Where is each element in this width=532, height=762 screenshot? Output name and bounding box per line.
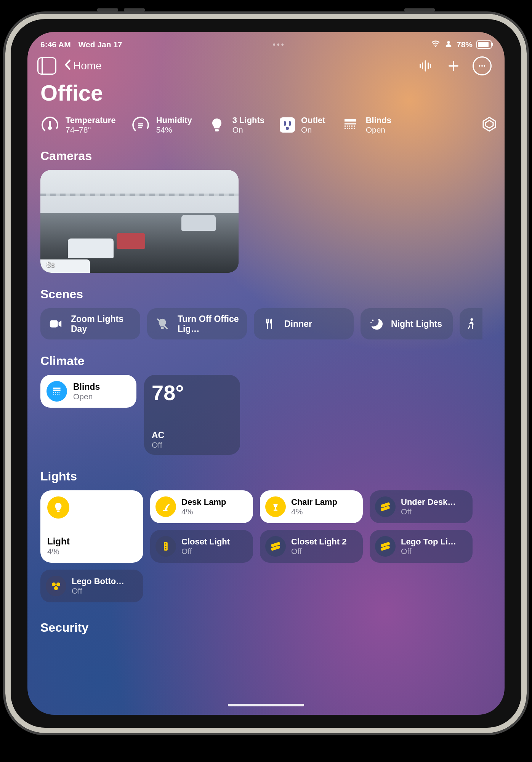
status-bar: 6:46 AM Wed Jan 17 ••• 78% [27,32,505,53]
room-summary-strip: Temperature 74–78° Humidity 54% 3 Lights… [27,113,505,134]
section-cameras: Cameras 8s [27,134,505,273]
light-closet-1-tile[interactable]: Closet Light Off [150,530,253,563]
scene-dinner[interactable]: Dinner [254,308,354,339]
walk-icon [463,317,479,331]
summary-label: Blinds [366,115,391,125]
camera-timestamp: 8s [46,260,55,269]
light-closet-2-tile[interactable]: Closet Light 2 Off [260,530,363,563]
svg-rect-17 [345,119,356,122]
bulb-off-icon [154,317,171,331]
tile-title: Chair Lamp [291,497,337,507]
scene-label: Zoom Lights Day [71,314,133,334]
summary-outlet[interactable]: Outlet On [280,115,325,134]
svg-point-11 [484,65,485,67]
svg-point-15 [131,115,150,134]
summary-value: On [301,125,325,134]
summary-label: Humidity [156,115,192,125]
outlet-icon [280,117,295,133]
light-lego-bottom-tile[interactable]: Lego Botto… Off [40,570,143,602]
summary-blinds[interactable]: Blinds Open [341,115,391,134]
camera-tile[interactable]: 8s [40,170,239,273]
tile-title: Desk Lamp [181,497,226,507]
led-strip-icon [375,536,396,557]
summary-value: Open [366,125,391,134]
power-button [404,8,435,11]
sidebar-toggle-icon[interactable] [37,57,56,75]
summary-value: 54% [156,125,192,134]
summary-humidity[interactable]: Humidity 54% [131,115,192,134]
section-security: Security [27,602,505,635]
svg-point-0 [435,46,436,47]
scene-label: Dinner [284,319,312,329]
desk-lamp-icon [155,496,176,517]
section-title: Lights [40,469,492,483]
tile-state: Off [72,586,124,596]
section-climate: Climate Blinds Open 78° AC Off [27,339,505,455]
section-lights: Lights Light 4% Desk Lamp [27,455,505,602]
climate-blinds-tile[interactable]: Blinds Open [40,375,136,408]
back-button[interactable]: Home [64,59,102,73]
svg-rect-36 [274,510,278,511]
more-button[interactable] [473,56,492,75]
tile-title: Lego Botto… [72,576,124,586]
summary-label: 3 Lights [232,115,264,125]
scene-turn-off-office-lights[interactable]: Turn Off Office Lig… [147,308,247,339]
tile-state: Open [73,392,100,401]
back-label: Home [73,60,102,72]
svg-rect-13 [49,121,51,127]
summary-temperature[interactable]: Temperature 74–78° [40,115,116,134]
tile-temperature: 78° [152,380,232,405]
add-button[interactable] [444,57,463,75]
scene-night-lights[interactable]: Night Lights [361,308,453,339]
tile-title: Closet Light 2 [291,537,346,547]
wifi-icon [431,39,441,51]
climate-ac-tile[interactable]: 78° AC Off [144,375,240,455]
svg-rect-30 [53,387,60,389]
light-under-desk-tile[interactable]: Under Desk… Off [370,490,473,523]
screen: 6:46 AM Wed Jan 17 ••• 78% [27,32,505,715]
bulb-icon [207,115,226,134]
fork-knife-icon [261,317,277,331]
multitask-dots[interactable]: ••• [128,40,431,49]
svg-point-48 [56,583,60,586]
light-lego-top-tile[interactable]: Lego Top Li… Off [370,530,473,563]
svg-point-1 [447,41,450,43]
summary-more-icon[interactable] [482,116,497,134]
led-strip-icon [46,576,66,596]
section-title: Scenes [40,287,492,301]
light-main-tile[interactable]: Light 4% [40,490,143,563]
light-desk-lamp-tile[interactable]: Desk Lamp 4% [150,490,253,523]
svg-point-42 [165,548,166,549]
tile-state: Off [181,547,230,556]
svg-point-28 [370,322,372,323]
intercom-button[interactable] [416,57,434,75]
blinds-icon [341,115,360,134]
tile-state: 4% [291,507,337,516]
humidity-icon [131,115,150,134]
svg-point-41 [165,546,166,547]
user-icon [444,40,453,50]
status-date: Wed Jan 17 [79,40,122,49]
blinds-open-icon [46,381,67,402]
svg-rect-25 [161,327,164,329]
tile-state: 4% [181,507,226,516]
scene-partial-next[interactable] [460,308,482,339]
svg-point-49 [54,586,58,590]
summary-value: 74–78° [66,125,116,134]
svg-point-47 [52,583,56,586]
svg-point-9 [479,65,481,67]
tile-title: Blinds [73,382,100,392]
home-indicator[interactable] [228,704,304,706]
led-strip-icon [155,536,176,557]
scene-zoom-lights-day[interactable]: Zoom Lights Day [40,308,140,339]
svg-marker-24 [59,320,62,327]
summary-lights[interactable]: 3 Lights On [207,115,264,134]
svg-point-40 [165,543,166,544]
section-title: Climate [40,354,492,368]
tile-title: Light [47,536,136,547]
svg-rect-23 [50,320,58,328]
summary-label: Outlet [301,115,325,125]
svg-rect-34 [57,511,60,512]
svg-marker-22 [486,120,493,128]
light-chair-lamp-tile[interactable]: Chair Lamp 4% [260,490,363,523]
